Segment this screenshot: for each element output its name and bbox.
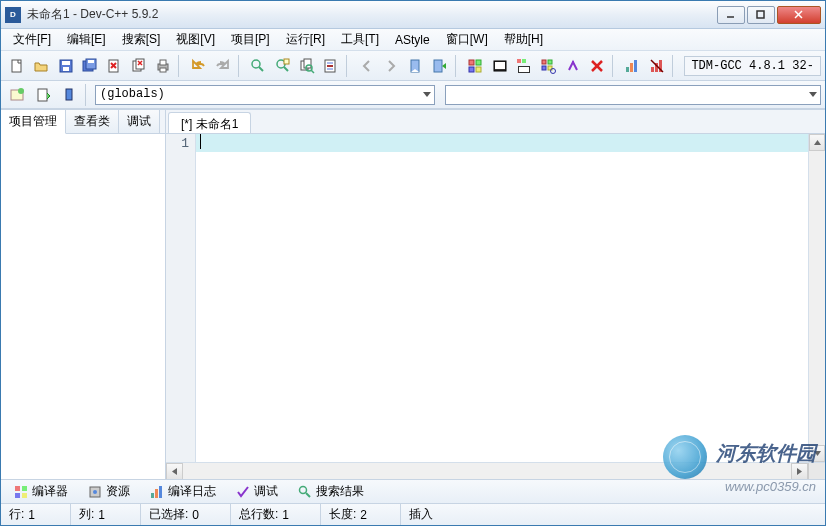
menu-file[interactable]: 文件[F]	[5, 29, 59, 50]
main-area: 项目管理 查看类 调试 [*] 未命名1 1	[1, 109, 825, 479]
menu-help[interactable]: 帮助[H]	[496, 29, 551, 50]
svg-rect-63	[38, 89, 47, 101]
svg-rect-46	[542, 60, 546, 64]
scroll-track-h[interactable]	[183, 463, 791, 479]
nav-forward-button[interactable]	[379, 54, 402, 78]
compiler-selector[interactable]: TDM-GCC 4.8.1 32-	[684, 56, 820, 76]
text-cursor	[200, 134, 201, 149]
tab-resources[interactable]: 资源	[79, 480, 139, 503]
status-line: 行: 1	[1, 504, 71, 525]
svg-rect-41	[495, 62, 505, 69]
svg-rect-72	[155, 489, 158, 498]
save-button[interactable]	[54, 54, 77, 78]
undo-button[interactable]	[187, 54, 210, 78]
stop-button[interactable]	[585, 54, 608, 78]
project-tree[interactable]	[1, 134, 165, 479]
line-gutter: 1	[166, 134, 196, 462]
toolbar-separator	[85, 84, 91, 106]
close-file-button[interactable]	[103, 54, 126, 78]
debug-button[interactable]	[561, 54, 584, 78]
scroll-up-button[interactable]	[809, 134, 825, 151]
tab-classes[interactable]: 查看类	[66, 110, 119, 133]
svg-rect-20	[160, 68, 166, 72]
svg-rect-57	[651, 67, 654, 72]
new-project-button[interactable]	[5, 83, 29, 107]
scroll-left-button[interactable]	[166, 463, 183, 479]
bookmark-button[interactable]	[404, 54, 427, 78]
svg-rect-6	[62, 61, 70, 65]
minimize-button[interactable]	[717, 6, 745, 24]
menu-edit[interactable]: 编辑[E]	[59, 29, 114, 50]
status-insert: 插入	[409, 506, 433, 523]
tab-project[interactable]: 项目管理	[1, 110, 66, 134]
find-in-files-button[interactable]	[295, 54, 318, 78]
menu-project[interactable]: 项目[P]	[223, 29, 278, 50]
svg-point-74	[300, 486, 307, 493]
horizontal-scrollbar[interactable]	[166, 462, 825, 479]
profile-button[interactable]	[621, 54, 644, 78]
close-all-button[interactable]	[127, 54, 150, 78]
maximize-button[interactable]	[747, 6, 775, 24]
tab-find-results[interactable]: 搜索结果	[289, 480, 373, 503]
compile-run-button[interactable]	[512, 54, 535, 78]
svg-rect-25	[284, 59, 289, 64]
clean-button[interactable]	[645, 54, 668, 78]
member-combo[interactable]	[445, 85, 821, 105]
insert-button[interactable]	[31, 83, 55, 107]
bottom-panel-tabs: 编译器 资源 编译日志 调试 搜索结果	[1, 479, 825, 503]
chart-icon	[150, 485, 164, 499]
titlebar: D 未命名1 - Dev-C++ 5.9.2	[1, 1, 825, 29]
run-button[interactable]	[488, 54, 511, 78]
svg-rect-48	[542, 66, 546, 70]
scope-combo[interactable]: (globals)	[95, 85, 435, 105]
menu-window[interactable]: 窗口[W]	[438, 29, 496, 50]
menu-search[interactable]: 搜索[S]	[114, 29, 169, 50]
file-tab-untitled[interactable]: [*] 未命名1	[168, 112, 251, 133]
find-button[interactable]	[246, 54, 269, 78]
svg-rect-73	[159, 486, 162, 498]
close-button[interactable]	[777, 6, 821, 24]
code-editor[interactable]	[196, 134, 808, 462]
rebuild-button[interactable]	[537, 54, 560, 78]
tab-compiler[interactable]: 编译器	[5, 480, 77, 503]
toolbar-separator	[672, 55, 678, 77]
tab-label: 调试	[254, 483, 278, 500]
toggle-bookmark-button[interactable]	[57, 83, 81, 107]
svg-rect-65	[15, 486, 20, 491]
print-button[interactable]	[151, 54, 174, 78]
menu-run[interactable]: 运行[R]	[278, 29, 333, 50]
menu-view[interactable]: 视图[V]	[168, 29, 223, 50]
redo-button[interactable]	[211, 54, 234, 78]
svg-rect-36	[469, 60, 474, 65]
vertical-scrollbar[interactable]	[808, 134, 825, 462]
search-icon	[298, 485, 312, 499]
goto-line-button[interactable]	[320, 54, 343, 78]
nav-back-button[interactable]	[355, 54, 378, 78]
svg-rect-54	[626, 67, 629, 72]
replace-button[interactable]	[271, 54, 294, 78]
save-all-button[interactable]	[78, 54, 101, 78]
svg-rect-71	[151, 493, 154, 498]
tab-debug-bottom[interactable]: 调试	[227, 480, 287, 503]
compile-button[interactable]	[463, 54, 486, 78]
scroll-track[interactable]	[809, 151, 825, 445]
goto-bookmark-button[interactable]	[428, 54, 451, 78]
new-file-button[interactable]	[5, 54, 28, 78]
svg-point-70	[93, 490, 97, 494]
menu-astyle[interactable]: AStyle	[387, 31, 438, 49]
svg-rect-56	[634, 60, 637, 72]
left-panel-tabs: 项目管理 查看类 调试	[1, 110, 165, 134]
toolbar-secondary: (globals)	[1, 81, 825, 109]
toolbar-separator	[346, 55, 352, 77]
scope-value: (globals)	[100, 87, 165, 101]
tab-compile-log[interactable]: 编译日志	[141, 480, 225, 503]
menu-tools[interactable]: 工具[T]	[333, 29, 387, 50]
tab-debug[interactable]: 调试	[119, 110, 160, 133]
open-button[interactable]	[29, 54, 52, 78]
svg-rect-1	[757, 11, 764, 18]
scroll-right-button[interactable]	[791, 463, 808, 479]
scroll-down-button[interactable]	[809, 445, 825, 462]
svg-point-21	[252, 60, 260, 68]
status-line-label: 行:	[9, 506, 24, 523]
status-sel-value: 0	[192, 508, 199, 522]
